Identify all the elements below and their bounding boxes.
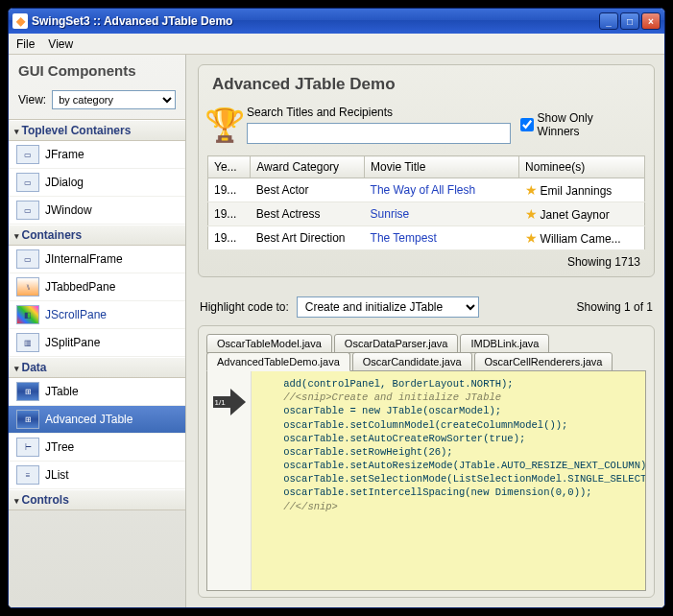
tab-oscarcandidate[interactable]: OscarCandidate.java xyxy=(352,352,472,371)
tab-oscardataparser[interactable]: OscarDataParser.java xyxy=(334,334,459,353)
demo-title: Advanced JTable Demo xyxy=(199,65,654,102)
table-row[interactable]: 19... Best Actor The Way of All Flesh ★E… xyxy=(208,178,645,202)
highlight-label: Highlight code to: xyxy=(200,300,289,314)
sidebar-item-jscrollpane[interactable]: ◧JScrollPane xyxy=(9,301,185,329)
col-movie[interactable]: Movie Title xyxy=(365,156,519,178)
search-label: Search Titles and Recipients xyxy=(247,106,511,119)
highlight-select[interactable]: Create and initialize JTable xyxy=(297,296,479,318)
tree-icon: ⊢ xyxy=(16,438,39,457)
col-category[interactable]: Award Category xyxy=(251,156,365,178)
scroll-icon: ◧ xyxy=(16,305,39,324)
sidebar-item-jwindow[interactable]: ▭JWindow xyxy=(9,197,185,225)
star-icon: ★ xyxy=(525,206,541,222)
window-icon: ▭ xyxy=(16,173,39,192)
sidebar: GUI Components View: by category Topleve… xyxy=(9,55,186,607)
arrow-icon: 1/1 xyxy=(213,389,246,415)
component-tree: Toplevel Containers ▭JFrame ▭JDialog ▭JW… xyxy=(9,119,185,607)
tab-oscarcellrenderers[interactable]: OscarCellRenderers.java xyxy=(474,352,613,371)
sidebar-item-jtable[interactable]: ⊞JTable xyxy=(9,378,185,406)
tabs-top-row: OscarTableModel.java OscarDataParser.jav… xyxy=(206,334,646,353)
oscar-icon: 🏆 xyxy=(212,102,237,148)
titlebar[interactable]: ◆ SwingSet3 :: Advanced JTable Demo _ □ … xyxy=(9,9,664,34)
list-icon: ≡ xyxy=(16,465,39,485)
tab-oscartablemodel[interactable]: OscarTableModel.java xyxy=(206,334,332,353)
code-panel: OscarTableModel.java OscarDataParser.jav… xyxy=(198,325,655,598)
sidebar-item-jframe[interactable]: ▭JFrame xyxy=(9,141,185,169)
table-icon: ⊞ xyxy=(16,410,39,429)
sidebar-item-jtree[interactable]: ⊢JTree xyxy=(9,434,185,462)
col-year[interactable]: Ye... xyxy=(208,156,251,178)
menu-view[interactable]: View xyxy=(48,37,73,51)
horizontal-scrollbar[interactable] xyxy=(207,590,645,591)
table-row[interactable]: 19... Best Actress Sunrise ★Janet Gaynor xyxy=(208,202,645,226)
search-input[interactable] xyxy=(247,123,511,144)
code-gutter: 1/1 xyxy=(207,371,252,590)
window-icon: ▭ xyxy=(16,145,39,164)
tab-advancedtabledemo[interactable]: AdvancedTableDemo.java xyxy=(206,352,350,371)
maximize-button[interactable]: □ xyxy=(620,12,639,30)
oscars-table[interactable]: Ye... Award Category Movie Title Nominee… xyxy=(207,155,645,250)
sidebar-item-jinternalframe[interactable]: ▭JInternalFrame xyxy=(9,246,185,273)
highlight-row: Highlight code to: Create and initialize… xyxy=(198,287,655,325)
sidebar-item-advanced-jtable[interactable]: ⊞Advanced JTable xyxy=(9,406,185,434)
menubar: File View xyxy=(9,34,664,55)
sidebar-item-jlist[interactable]: ≡JList xyxy=(9,462,185,489)
sidebar-item-jdialog[interactable]: ▭JDialog xyxy=(9,169,185,197)
window-title: SwingSet3 :: Advanced JTable Demo xyxy=(32,14,599,28)
table-icon: ⊞ xyxy=(16,382,39,401)
code-lines[interactable]: add(controlPanel, BorderLayout.NORTH); /… xyxy=(252,371,645,590)
tabs-icon: ⑊ xyxy=(16,277,39,296)
code-area[interactable]: 1/1 add(controlPanel, BorderLayout.NORTH… xyxy=(206,370,646,591)
sidebar-item-jtabbedpane[interactable]: ⑊JTabbedPane xyxy=(9,273,185,301)
category-controls[interactable]: Controls xyxy=(9,489,185,510)
sidebar-item-jsplitpane[interactable]: ▥JSplitPane xyxy=(9,329,185,357)
showing-code-count: Showing 1 of 1 xyxy=(577,300,653,314)
tab-imdblink[interactable]: IMDBLink.java xyxy=(460,334,549,353)
show-winners-input[interactable] xyxy=(520,118,534,131)
view-select[interactable]: by category xyxy=(52,90,176,109)
star-icon: ★ xyxy=(525,230,541,246)
category-data[interactable]: Data xyxy=(9,357,185,378)
star-icon: ★ xyxy=(525,182,541,198)
minimize-button[interactable]: _ xyxy=(599,12,618,30)
view-label: View: xyxy=(18,93,46,107)
menu-file[interactable]: File xyxy=(16,37,35,51)
window-icon: ▭ xyxy=(16,201,39,220)
main-content: Advanced JTable Demo 🏆 Search Titles and… xyxy=(186,55,664,607)
col-nominee[interactable]: Nominee(s) xyxy=(519,156,645,178)
demo-panel: Advanced JTable Demo 🏆 Search Titles and… xyxy=(198,64,655,277)
split-icon: ▥ xyxy=(16,333,39,352)
category-toplevel[interactable]: Toplevel Containers xyxy=(9,120,185,141)
app-icon: ◆ xyxy=(12,13,28,29)
show-winners-checkbox[interactable]: Show Only Winners xyxy=(520,111,637,138)
showing-count: Showing 1713 xyxy=(199,250,654,269)
table-row[interactable]: 19... Best Art Direction The Tempest ★Wi… xyxy=(208,226,645,250)
category-containers[interactable]: Containers xyxy=(9,225,185,246)
tabs-bottom-row: AdvancedTableDemo.java OscarCandidate.ja… xyxy=(206,352,646,371)
app-window: ◆ SwingSet3 :: Advanced JTable Demo _ □ … xyxy=(8,8,665,608)
close-button[interactable]: × xyxy=(641,12,661,30)
frame-icon: ▭ xyxy=(16,249,39,269)
sidebar-title: GUI Components xyxy=(9,55,185,84)
